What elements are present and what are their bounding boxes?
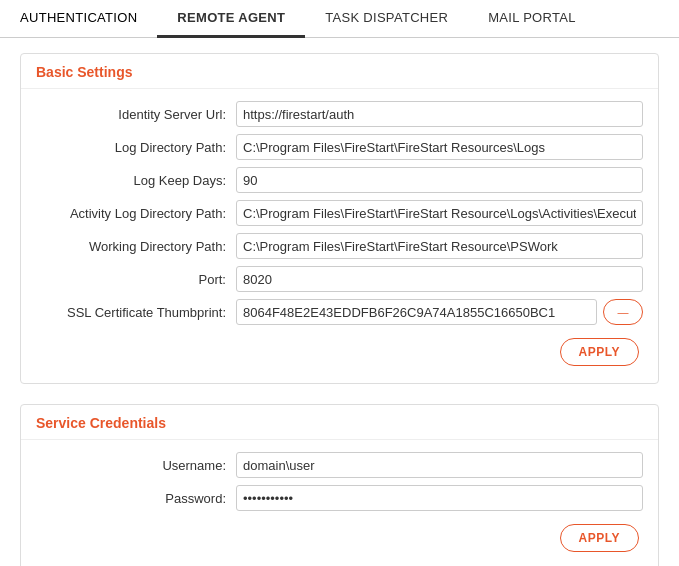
service-credentials-body: Username:Password: APPLY	[21, 440, 658, 566]
input-port[interactable]	[236, 266, 643, 292]
input-log-keep-days[interactable]	[236, 167, 643, 193]
label-log-keep-days: Log Keep Days:	[36, 173, 236, 188]
label-ssl-thumbprint: SSL Certificate Thumbprint:	[36, 305, 236, 320]
input-wrap-identity-server-url	[236, 101, 643, 127]
form-row-activity-log-directory-path: Activity Log Directory Path:	[36, 200, 643, 226]
form-row-identity-server-url: Identity Server Url:	[36, 101, 643, 127]
service-credentials-title: Service Credentials	[21, 405, 658, 440]
label-port: Port:	[36, 272, 236, 287]
form-row-ssl-thumbprint: SSL Certificate Thumbprint:—	[36, 299, 643, 325]
nav-item-authentication[interactable]: AUTHENTICATION	[0, 0, 157, 38]
form-row-port: Port:	[36, 266, 643, 292]
label-working-directory-path: Working Directory Path:	[36, 239, 236, 254]
basic-settings-apply-button[interactable]: APPLY	[560, 338, 639, 366]
service-credentials-apply-row: APPLY	[36, 518, 643, 554]
form-row-log-directory-path: Log Directory Path:	[36, 134, 643, 160]
main-content: Basic Settings Identity Server Url:Log D…	[0, 38, 679, 566]
input-wrap-username	[236, 452, 643, 478]
form-row-working-directory-path: Working Directory Path:	[36, 233, 643, 259]
input-password[interactable]	[236, 485, 643, 511]
navigation: AUTHENTICATIONREMOTE AGENTTASK DISPATCHE…	[0, 0, 679, 38]
input-wrap-working-directory-path	[236, 233, 643, 259]
input-wrap-password	[236, 485, 643, 511]
label-identity-server-url: Identity Server Url:	[36, 107, 236, 122]
nav-item-task-dispatcher[interactable]: TASK DISPATCHER	[305, 0, 468, 38]
form-row-username: Username:	[36, 452, 643, 478]
input-username[interactable]	[236, 452, 643, 478]
basic-settings-apply-row: APPLY	[36, 332, 643, 368]
input-wrap-port	[236, 266, 643, 292]
basic-settings-body: Identity Server Url:Log Directory Path:L…	[21, 89, 658, 383]
basic-settings-card: Basic Settings Identity Server Url:Log D…	[20, 53, 659, 384]
input-log-directory-path[interactable]	[236, 134, 643, 160]
input-ssl-thumbprint[interactable]	[236, 299, 597, 325]
nav-item-remote-agent[interactable]: REMOTE AGENT	[157, 0, 305, 38]
input-wrap-activity-log-directory-path	[236, 200, 643, 226]
form-row-password: Password:	[36, 485, 643, 511]
label-log-directory-path: Log Directory Path:	[36, 140, 236, 155]
label-username: Username:	[36, 458, 236, 473]
service-credentials-apply-button[interactable]: APPLY	[560, 524, 639, 552]
ssl-wrap: —	[236, 299, 643, 325]
form-row-log-keep-days: Log Keep Days:	[36, 167, 643, 193]
service-credentials-card: Service Credentials Username:Password: A…	[20, 404, 659, 566]
nav-item-mail-portal[interactable]: MAIL PORTAL	[468, 0, 596, 38]
input-activity-log-directory-path[interactable]	[236, 200, 643, 226]
ssl-action-button[interactable]: —	[603, 299, 643, 325]
input-wrap-log-keep-days	[236, 167, 643, 193]
input-wrap-log-directory-path	[236, 134, 643, 160]
label-activity-log-directory-path: Activity Log Directory Path:	[36, 206, 236, 221]
label-password: Password:	[36, 491, 236, 506]
basic-settings-title: Basic Settings	[21, 54, 658, 89]
input-working-directory-path[interactable]	[236, 233, 643, 259]
input-identity-server-url[interactable]	[236, 101, 643, 127]
